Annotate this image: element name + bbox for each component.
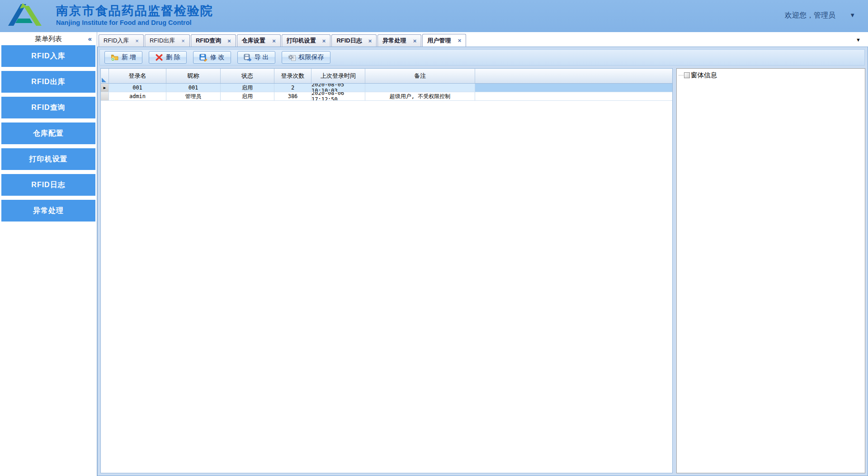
tab-close-icon[interactable]: ×	[227, 38, 231, 44]
cell-nickname[interactable]: 管理员	[166, 92, 221, 100]
sidebar-header: 菜单列表 «	[0, 32, 97, 45]
tab-close-icon[interactable]: ×	[181, 38, 185, 44]
cell-last-login[interactable]: 2020-08-06 17:12:50	[311, 92, 365, 100]
permission-gear-icon	[288, 53, 296, 61]
sidebar-item-rfid-log[interactable]: RFID日志	[1, 174, 95, 196]
tab-rfid-log[interactable]: RFID日志 ×	[331, 34, 377, 47]
save-permissions-button[interactable]: 权限保存	[282, 51, 330, 64]
sidebar-item-rfid-inbound[interactable]: RFID入库	[1, 45, 95, 67]
tab-close-icon[interactable]: ×	[272, 38, 276, 44]
menu-sidebar: 菜单列表 « RFID入库 RFID出库 RFID查询 仓库配置 打印机设置 R…	[0, 32, 97, 476]
delete-button-label: 删 除	[166, 53, 180, 61]
app-header: 南京市食品药品监督检验院 Nanjing Institute for Food …	[0, 0, 868, 32]
tab-label: 异常处理	[382, 37, 406, 45]
sidebar-collapse-icon[interactable]: «	[88, 32, 92, 45]
welcome-user-label: 欢迎您，管理员	[785, 11, 835, 20]
tab-warehouse-settings[interactable]: 仓库设置 ×	[237, 34, 281, 47]
cell-filler	[475, 84, 672, 92]
column-header-remark[interactable]: 备注	[365, 69, 475, 83]
tab-close-icon[interactable]: ×	[413, 38, 417, 44]
tab-close-icon[interactable]: ×	[368, 38, 372, 44]
corner-triangle-icon	[102, 78, 106, 82]
modify-button[interactable]: 修 改	[193, 51, 231, 64]
cell-last-login[interactable]: 2020-08-05 10:10:03	[311, 84, 365, 92]
add-button-label: 新 增	[122, 53, 136, 61]
cell-login[interactable]: 001	[109, 84, 166, 92]
row-selector-cell[interactable]	[101, 92, 109, 100]
sidebar-item-warehouse-config[interactable]: 仓库配置	[1, 123, 95, 144]
cell-remark[interactable]: 超级用户, 不受权限控制	[365, 92, 475, 100]
export-button-label: 导 出	[255, 53, 269, 61]
cell-filler	[475, 92, 672, 100]
tab-label: 仓库设置	[242, 37, 265, 45]
column-header-last-login[interactable]: 上次登录时间	[311, 69, 365, 83]
tree-connector-line	[679, 75, 684, 75]
tab-close-icon[interactable]: ×	[322, 38, 326, 44]
tab-printer-settings[interactable]: 打印机设置 ×	[282, 34, 331, 47]
select-all-corner[interactable]	[101, 69, 109, 83]
app-subtitle: Nanjing Institute for Food and Drug Cont…	[56, 18, 213, 27]
cell-status[interactable]: 启用	[221, 92, 274, 100]
cell-status[interactable]: 启用	[221, 84, 274, 92]
tree-node-label: 窗体信息	[691, 71, 717, 80]
grid-header-row: 登录名 昵称 状态 登录次数 上次登录时间 备注	[101, 69, 672, 84]
tab-label: RFID查询	[196, 37, 221, 45]
save-permissions-button-label: 权限保存	[299, 53, 324, 61]
tab-label: 打印机设置	[287, 37, 316, 45]
delete-button[interactable]: 删 除	[149, 51, 187, 64]
tab-close-icon[interactable]: ×	[458, 38, 462, 43]
sidebar-title: 菜单列表	[35, 35, 62, 42]
new-folder-icon	[111, 53, 119, 61]
cell-login[interactable]: admin	[109, 92, 166, 100]
column-header-status[interactable]: 状态	[221, 69, 274, 83]
cell-login-count[interactable]: 2	[274, 84, 311, 92]
users-grid: 登录名 昵称 状态 登录次数 上次登录时间 备注 ▶ 001 001 启用 2 …	[100, 68, 673, 473]
sidebar-item-rfid-outbound[interactable]: RFID出库	[1, 71, 95, 93]
tab-label: RFID出库	[150, 37, 175, 45]
column-header-login[interactable]: 登录名	[109, 69, 166, 83]
tab-rfid-outbound[interactable]: RFID出库 ×	[145, 34, 190, 47]
column-header-nickname[interactable]: 昵称	[166, 69, 221, 83]
tab-label: RFID日志	[336, 37, 362, 45]
tab-label: 用户管理	[427, 37, 451, 45]
tree-checkbox[interactable]	[684, 72, 690, 78]
sidebar-item-exception-handling[interactable]: 异常处理	[1, 200, 95, 222]
column-header-filler	[475, 69, 672, 83]
column-header-login-count[interactable]: 登录次数	[274, 69, 311, 83]
row-selector-arrow-icon: ▶	[104, 85, 106, 90]
tab-rfid-inbound[interactable]: RFID入库 ×	[99, 34, 144, 47]
user-menu-caret-icon[interactable]: ▼	[849, 12, 855, 19]
tab-overflow-caret-icon[interactable]: ▼	[856, 37, 861, 42]
cell-remark[interactable]	[365, 84, 475, 92]
table-row[interactable]: ▶ 001 001 启用 2 2020-08-05 10:10:03	[101, 84, 672, 92]
row-selector-cell[interactable]: ▶	[101, 84, 109, 92]
save-edit-icon	[199, 53, 208, 61]
sidebar-item-printer-settings[interactable]: 打印机设置	[1, 148, 95, 170]
cell-login-count[interactable]: 386	[274, 92, 311, 100]
tab-exception-handling[interactable]: 异常处理 ×	[377, 34, 421, 47]
institute-logo-icon	[5, 3, 52, 29]
tabs-container: RFID入库 × RFID出库 × RFID查询 × 仓库设置 × 打印机设置 …	[99, 34, 467, 47]
form-info-tree-panel: 窗体信息	[676, 68, 865, 473]
table-row[interactable]: admin 管理员 启用 386 2020-08-06 17:12:50 超级用…	[101, 92, 672, 101]
tab-close-icon[interactable]: ×	[135, 38, 139, 44]
export-button[interactable]: 导 出	[237, 51, 275, 64]
brand-text: 南京市食品药品监督检验院 Nanjing Institute for Food …	[56, 4, 213, 27]
toolbar: 新 增 删 除 修 改 导 出	[99, 49, 865, 66]
tab-rfid-query[interactable]: RFID查询 ×	[191, 34, 236, 47]
user-management-panel: 新 增 删 除 修 改 导 出	[97, 47, 868, 476]
export-disk-icon	[244, 53, 252, 61]
modify-button-label: 修 改	[210, 53, 225, 61]
cell-nickname[interactable]: 001	[166, 84, 221, 92]
app-title: 南京市食品药品监督检验院	[56, 4, 213, 18]
tab-user-management[interactable]: 用户管理 ×	[422, 34, 466, 47]
delete-x-icon	[155, 53, 163, 61]
tree-node-form-info[interactable]: 窗体信息	[679, 71, 863, 80]
tab-label: RFID入库	[104, 37, 129, 45]
tab-strip: RFID入库 × RFID出库 × RFID查询 × 仓库设置 × 打印机设置 …	[97, 32, 868, 47]
add-button[interactable]: 新 增	[104, 51, 142, 64]
sidebar-item-rfid-query[interactable]: RFID查询	[1, 97, 95, 118]
